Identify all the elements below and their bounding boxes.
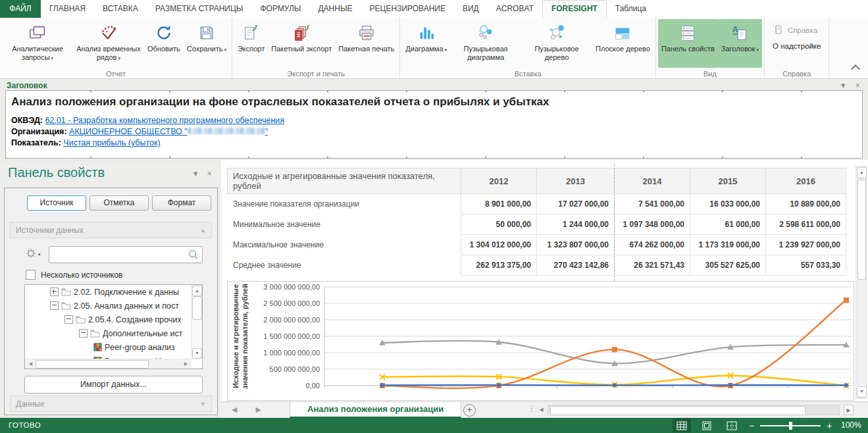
header-panel-close-icon[interactable]: × — [855, 80, 860, 90]
zoom-level[interactable]: 100% — [841, 420, 861, 430]
table-cell[interactable]: 305 527 625,00 — [690, 255, 766, 276]
tree-item[interactable]: Дополнительные ист — [25, 326, 202, 340]
table-cell[interactable]: 61 000,00 — [690, 215, 766, 235]
properties-tab-источник[interactable]: Источник — [27, 195, 86, 211]
scroll-down-icon[interactable]: ▼ — [857, 386, 867, 397]
scroll-up-icon[interactable]: ▲ — [857, 167, 867, 178]
properties-panel-close-icon[interactable]: × — [207, 168, 212, 178]
ribbon-tab-вид[interactable]: ВИД — [454, 0, 488, 18]
collapse-icon[interactable] — [50, 301, 59, 310]
page-layout-view-button[interactable] — [698, 419, 716, 432]
ribbon-tab-foresight[interactable]: FORESIGHT — [542, 0, 607, 18]
sheet-nav-left-icon[interactable]: ◀ — [232, 405, 237, 414]
tree-horizontal-scrollbar[interactable]: ◀ ▶ — [25, 359, 191, 369]
tree-scroll-down-icon[interactable]: ▼ — [192, 348, 202, 359]
table-cell[interactable]: 8 901 000,00 — [461, 194, 537, 215]
header-field-link[interactable]: АКЦИОНЕРНОЕ ОБЩЕСТВО "" — [69, 127, 268, 136]
ribbon-button[interactable]: Аналитические запросы ▾ — [2, 19, 73, 68]
hscroll-left-icon[interactable]: ◀ — [536, 405, 546, 415]
properties-tab-отметка[interactable]: Отметка — [89, 195, 149, 211]
ribbon-tab-формулы[interactable]: ФОРМУЛЫ — [251, 0, 309, 18]
normal-view-button[interactable] — [673, 419, 691, 432]
chart[interactable]: 0,00500 000 000,001 000 000 000,001 500 … — [227, 281, 854, 401]
ribbon-button[interactable]: Диаграмма ▾ — [402, 19, 450, 68]
properties-panel-collapse-icon[interactable]: ▾ — [193, 168, 198, 178]
header-panel-collapse-icon[interactable]: ▾ — [841, 80, 846, 90]
table-year-header[interactable]: 2013 — [537, 168, 615, 194]
horizontal-scrollbar[interactable] — [548, 405, 840, 415]
vertical-scroll-thumb[interactable] — [857, 180, 866, 280]
tree-scroll-right-icon[interactable]: ▶ — [182, 360, 190, 367]
tree-hscroll-thumb[interactable] — [36, 360, 149, 369]
ribbon-button[interactable]: Пакетная печать — [335, 19, 397, 68]
header-field-link[interactable]: 62.01 - Разработка компьютерного програм… — [45, 116, 285, 125]
import-data-button[interactable]: Импорт данных... — [24, 376, 203, 394]
table-cell[interactable]: 10 889 000,00 — [766, 194, 846, 215]
sources-section-header[interactable]: Источники данных▲ — [10, 222, 212, 238]
table-cell[interactable]: 1 304 012 000,00 — [461, 235, 537, 255]
ribbon-button[interactable]: Обновить — [144, 19, 184, 68]
vertical-scrollbar[interactable]: ▲ ▼ — [855, 166, 867, 399]
properties-tab-формат[interactable]: Формат — [152, 195, 211, 211]
ribbon-tab-вставка[interactable]: ВСТАВКА — [94, 0, 147, 18]
search-input[interactable] — [49, 247, 202, 263]
data-section-header[interactable]: Данные▼ — [10, 395, 212, 412]
zoom-in-icon[interactable]: + — [827, 422, 832, 429]
ribbon-button[interactable]: Справка — [769, 22, 824, 38]
expand-icon[interactable] — [50, 288, 59, 296]
source-settings-button[interactable]: ▾ — [26, 248, 41, 261]
ribbon-button[interactable]: Пузырьковая диаграмма — [450, 19, 521, 68]
table-corner-header[interactable]: Исходные и агрегированные значения показ… — [228, 168, 461, 194]
table-row-label[interactable]: Значение показателя организации — [228, 194, 461, 215]
table-cell[interactable]: 674 262 000,00 — [615, 235, 690, 255]
zoom-out-icon[interactable]: − — [749, 422, 754, 429]
ribbon-button[interactable]: Панель свойств — [658, 19, 718, 68]
ribbon-tab-разметка-страницы[interactable]: РАЗМЕТКА СТРАНИЦЫ — [147, 0, 252, 18]
sheet-tabs-overflow-icon[interactable]: ⋮ — [528, 404, 536, 413]
tree-vertical-scrollbar[interactable]: ▲ ▼ — [191, 285, 202, 359]
add-sheet-icon[interactable]: + — [463, 404, 476, 417]
table-year-header[interactable]: 2016 — [766, 168, 846, 194]
ribbon-button[interactable]: Пузырьковое дерево — [521, 19, 592, 68]
ribbon-button[interactable]: Пакетный экспорт — [268, 19, 335, 68]
table-cell[interactable]: 1 173 319 000,00 — [690, 235, 766, 255]
table-year-header[interactable]: 2014 — [615, 168, 690, 194]
header-field-link[interactable]: Чистая прибыль (убыток) — [63, 138, 160, 147]
ribbon-button[interactable]: Плоское дерево — [592, 19, 653, 68]
file-tab[interactable]: ФАЙЛ — [0, 0, 41, 18]
collapse-icon[interactable] — [64, 315, 73, 324]
ribbon-tab-acrobat[interactable]: ACROBAT — [488, 0, 542, 18]
ribbon-tab-главная[interactable]: ГЛАВНАЯ — [41, 0, 94, 18]
ribbon-button[interactable]: Сохранить ▾ — [184, 19, 230, 68]
table-cell[interactable]: 7 541 000,00 — [615, 194, 690, 215]
collapse-icon[interactable] — [79, 329, 88, 338]
table-cell[interactable]: 16 033 000,00 — [690, 194, 766, 215]
table-cell[interactable]: 26 321 571,43 — [615, 255, 690, 276]
tree-item[interactable]: 2.05.4. Создание прочих — [25, 313, 202, 326]
zoom-slider-thumb[interactable] — [789, 422, 792, 430]
table-year-header[interactable]: 2012 — [461, 168, 537, 194]
ribbon-button[interactable]: AЗаголовок ▾ — [718, 19, 762, 68]
ribbon-tab-данные[interactable]: ДАННЫЕ — [309, 0, 361, 18]
zoom-slider[interactable] — [760, 425, 821, 426]
table-cell[interactable]: 557 033,30 — [766, 255, 846, 276]
table-row-label[interactable]: Среднее значение — [228, 255, 461, 276]
sheet-tab-active[interactable]: Анализ положения организации — [290, 402, 461, 418]
table-cell[interactable]: 1 239 927 000,00 — [766, 235, 846, 255]
table-cell[interactable]: 2 598 611 000,00 — [766, 215, 846, 235]
tree-scroll-up-icon[interactable]: ▲ — [192, 286, 202, 296]
table-cell[interactable]: 1 323 807 000,00 — [537, 235, 615, 255]
ribbon-button[interactable]: Анализ временных рядов ▾ — [73, 19, 144, 68]
table-row-label[interactable]: Максимальное значение — [228, 235, 461, 255]
table-cell[interactable]: 262 913 375,00 — [461, 255, 537, 276]
table-cell[interactable]: 50 000,00 — [461, 215, 537, 235]
table-cell[interactable]: 1 097 348 000,00 — [615, 215, 690, 235]
tree-item[interactable]: Peer-group анализ — [25, 340, 202, 354]
tree-item[interactable]: 2.02. Подключение к данны — [25, 285, 202, 299]
table-year-header[interactable]: 2015 — [690, 168, 766, 194]
ribbon-button[interactable]: О надстройке — [769, 41, 824, 51]
sheet-nav-right-icon[interactable]: ▶ — [255, 405, 261, 414]
tree-scroll-thumb[interactable] — [192, 296, 202, 320]
horizontal-scroll-thumb[interactable] — [550, 406, 805, 415]
page-break-view-button[interactable] — [723, 419, 741, 432]
